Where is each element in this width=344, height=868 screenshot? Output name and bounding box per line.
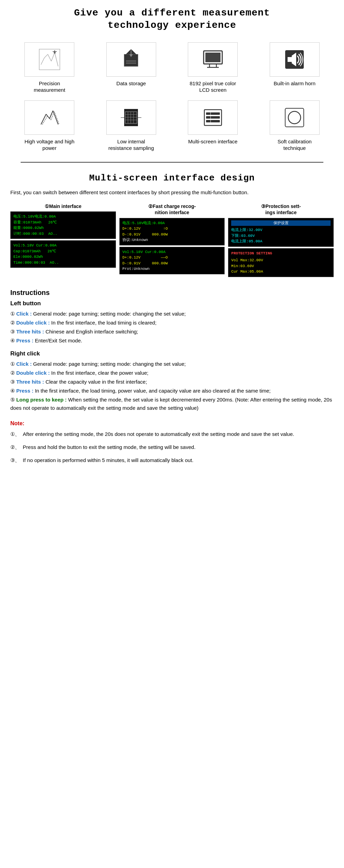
soft-calibration-label: Soft calibration technique: [269, 138, 320, 152]
svg-line-2: [44, 54, 48, 58]
svg-point-47: [288, 111, 301, 124]
right-btn-item-4: ④ Press : In the first interface, the lo…: [10, 387, 334, 395]
feature-multi-screen: Multi-screen interface: [174, 100, 252, 152]
low-resistance-icon: [119, 106, 143, 130]
precision-icon: [37, 47, 62, 72]
high-voltage-label: High voltage and high power: [24, 138, 75, 152]
soft-calibration-icon: [282, 106, 307, 130]
data-storage-label: Data storage: [116, 80, 146, 87]
right-btn-item-5: ⑤ Long press to keep : When setting the …: [10, 396, 334, 412]
interface-main-label: ①Main interface: [45, 203, 82, 209]
feature-precision: Precision measurement: [10, 42, 89, 94]
section2-intro: First, you can switch between different …: [10, 189, 334, 197]
screen-fc-chinese: 电压:5.18V电流:0.00A D+:0.12V ↑O D-:0.91V 00…: [119, 218, 225, 245]
lcd-label: 8192 pixel true color LCD screen: [187, 80, 239, 94]
left-button-section: Left button ① Click : General mode: page…: [10, 300, 334, 345]
left-btn-item-3: ③ Three hits : Chinese and English inter…: [10, 328, 334, 336]
svg-rect-21: [288, 57, 292, 62]
feature-lcd: 8192 pixel true color LCD screen: [174, 42, 252, 94]
svg-rect-16: [205, 53, 221, 62]
note-item-2: ②、 Press and hold the button to exit the…: [10, 443, 334, 451]
section-divider: [21, 162, 323, 163]
svg-line-25: [50, 111, 53, 119]
lcd-icon: [201, 47, 225, 72]
svg-rect-0: [39, 49, 60, 70]
svg-line-29: [51, 112, 54, 120]
svg-rect-43: [206, 116, 220, 119]
note-title: Note:: [10, 420, 334, 427]
screen-prot-chinese: 保护设置 电流上限:32.00V 下限:03.60V 电流上限:05.00A: [228, 218, 334, 247]
data-storage-icon-box: [106, 42, 156, 77]
right-click-title: Right click: [10, 350, 334, 357]
interface-fast-charge-label: ②Fast charge recog-nition interface: [148, 203, 196, 216]
left-btn-item-2: ② Double click : In the first interface,…: [10, 319, 334, 327]
note-item-1: ①、 After entering the setting mode, the …: [10, 430, 334, 438]
interface-fast-charge: ②Fast charge recog-nition interface 电压:5…: [119, 203, 225, 278]
screen-main-chinese: 电压:5.18V电流:0.00A 容量:01073mAh 26℃ 能量:0000…: [10, 211, 116, 239]
right-btn-item-2: ② Double click : In the first interface,…: [10, 369, 334, 377]
svg-line-30: [54, 112, 59, 124]
instructions-section: Instructions Left button ① Click : Gener…: [10, 289, 334, 464]
low-resistance-icon-box: [106, 100, 156, 135]
svg-line-4: [51, 53, 55, 61]
soft-calibration-icon-box: [270, 100, 320, 135]
interface-protection-label: ③Protection sett-ings interface: [261, 203, 301, 216]
svg-line-3: [48, 54, 51, 61]
screen-prot-english: PROTECTION SETTING Vol Max:32.00V Min:03…: [228, 248, 334, 277]
note-item-3: ③、 If no operation is performed within 5…: [10, 456, 334, 464]
svg-rect-42: [206, 112, 220, 115]
interfaces-row: ①Main interface 电压:5.18V电流:0.00A 容量:0107…: [10, 203, 334, 278]
precision-label: Precision measurement: [24, 80, 75, 94]
feature-soft-calibration: Soft calibration technique: [256, 100, 334, 152]
multi-screen-label: Multi-screen interface: [188, 138, 237, 145]
feature-data-storage: Data storage: [92, 42, 171, 94]
screen-main-english: Vol:5.18V Cur:0.00A Cap:01073mAh 26℃ Ele…: [10, 240, 116, 268]
multi-screen-icon-box: [188, 100, 238, 135]
svg-rect-44: [206, 120, 220, 122]
alarm-icon-box: [270, 42, 320, 77]
left-button-title: Left button: [10, 300, 334, 307]
svg-rect-13: [126, 61, 136, 62]
high-voltage-icon-box: [24, 100, 74, 135]
svg-line-5: [55, 53, 58, 66]
high-voltage-icon: [37, 106, 62, 130]
page-title: Give you a different measurement technol…: [10, 7, 334, 32]
instructions-title: Instructions: [10, 289, 334, 297]
feature-low-resistance: Low internal resistance sampling: [92, 100, 171, 152]
notes-section: Note: ①、 After entering the setting mode…: [10, 420, 334, 464]
right-btn-item-3: ③ Three hits : Clear the capacity value …: [10, 378, 334, 386]
features-grid: Precision measurement Data storage: [10, 42, 334, 152]
low-resistance-label: Low internal resistance sampling: [105, 138, 157, 152]
interface-protection: ③Protection sett-ings interface 保护设置 电流上…: [228, 203, 334, 278]
svg-rect-14: [126, 63, 136, 64]
left-btn-item-1: ① Click : General mode: page turning; se…: [10, 310, 334, 318]
right-btn-item-1: ① Click : General mode: page turning; se…: [10, 360, 334, 368]
feature-alarm: Built-in alarm horn: [256, 42, 334, 94]
lcd-icon-box: [188, 42, 238, 77]
multi-screen-icon: [201, 106, 225, 130]
alarm-label: Built-in alarm horn: [273, 80, 315, 87]
left-btn-item-4: ④ Press : Enter/Exit Set mode.: [10, 337, 334, 345]
interface-main: ①Main interface 电压:5.18V电流:0.00A 容量:0107…: [10, 203, 116, 278]
section2-title: Multi-screen interface design: [10, 173, 334, 183]
alarm-icon: [282, 47, 307, 72]
screen-fc-english: Vol:5.18V Cur:0.00A D+:0.12V ——O D-:0.91…: [119, 247, 225, 274]
right-click-section: Right click ① Click : General mode: page…: [10, 350, 334, 412]
feature-high-voltage: High voltage and high power: [10, 100, 89, 152]
svg-line-1: [41, 58, 44, 65]
data-storage-icon: [119, 47, 143, 72]
precision-icon-box: [24, 42, 74, 77]
